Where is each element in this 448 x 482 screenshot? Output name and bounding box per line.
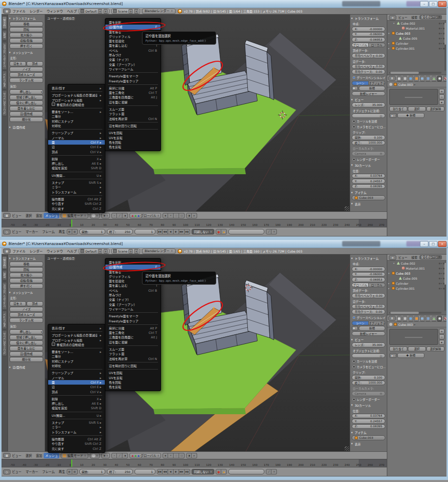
tool-button[interactable]: 拡大縮小 [10,273,43,278]
checkbox-icon[interactable] [353,398,355,401]
local-button[interactable]: ローカル [369,283,385,288]
menu-item[interactable] [48,178,105,180]
menu-item[interactable]: 二等分 [48,114,105,118]
gp-scene-tab[interactable]: シーン [352,321,369,326]
view3d-menu[interactable]: 追加 [36,213,42,218]
menu-item[interactable]: 頂点 Ctrl V ▸ [48,150,105,154]
viewport-shading-dropdown[interactable]: ↕ [90,213,100,218]
outliner-menu[interactable]: 検索 [411,15,417,20]
menu-item[interactable]: 要素をソート... ▸ [48,109,105,114]
current-frame-field[interactable]: 1 [134,229,156,234]
clip-start-field[interactable]: 開始:0.100 [352,375,385,380]
checkbox-checked-icon[interactable] [353,76,355,79]
tool-button[interactable]: 収縮/膨張 [10,278,43,283]
props-tab-render-icon[interactable] [397,76,402,81]
submenu-item[interactable]: Freestyle面をクリア [105,319,161,323]
tool-button[interactable]: 細分化 [10,117,43,122]
props-tab-constraints-icon[interactable] [420,316,425,321]
outliner-row[interactable]: Cube.005 ◉▸▣ [387,276,446,281]
edge-select-icon[interactable]: ╱ [117,453,122,458]
submenu-item[interactable]: フラット面 [105,111,161,116]
delete-keyframe-icon[interactable]: × [271,229,277,234]
timeline-menu[interactable]: フレーム [42,469,55,474]
region-resize-grip[interactable] [345,446,349,451]
lock-to-cursor-checkbox[interactable]: カーソルを注視 [350,358,387,364]
lock-to-cursor-checkbox[interactable]: カーソルを注視 [350,118,387,124]
submenu-item[interactable] [105,368,161,371]
timeline-editor-icon[interactable]: ◷ [3,229,11,234]
assign-button[interactable]: 割り当て [389,106,407,111]
gp-object-tab[interactable]: オブジェクト [369,81,385,86]
view3d-editor-icon[interactable]: ▦ [3,453,11,458]
outliner-hscrollbar[interactable] [389,312,441,314]
gp-new-layer-button[interactable]: 新規レイヤー [352,91,385,96]
minimize-button[interactable]: – [420,241,428,247]
lock-camera-checkbox[interactable]: カメラをビューにロ... [350,124,387,130]
current-frame-field[interactable]: 1 [134,469,156,474]
outliner-row[interactable]: ▾ Cube.002 ◉▸▣ [387,261,446,266]
global-button[interactable]: グローバル [352,283,369,288]
timeline-menu[interactable]: 再生 [59,469,65,474]
gp-new-button[interactable]: 新規 [359,326,385,331]
keyframe-buttons[interactable]: ╱ × [266,229,277,234]
prev-keyframe-icon[interactable]: ◀◀ [163,229,168,234]
submenu-item[interactable]: 色を反転 [105,385,161,389]
vertex-bevel-weight-field[interactable]: 平均ベベルウェ:0.00 [352,293,385,298]
props-tab-material-icon[interactable] [437,76,442,81]
menu-item[interactable] [48,154,105,157]
lens-field[interactable]: レンズ:35.000 [352,342,385,347]
screen-layout-selector[interactable]: Default + × [79,9,109,14]
tool-button[interactable]: 辺をス [10,301,26,306]
menu-item[interactable]: 対称にスナップ [48,359,105,364]
menu-item[interactable]: プロポーショナル編集の影響減衰タイプ ▸ [48,333,105,337]
render-engine-dropdown[interactable]: Blenderレンダー↕ [142,249,175,254]
local-button[interactable]: ローカル [369,43,385,48]
tool-button[interactable]: 拡大縮小 [10,33,43,38]
timeline-menu[interactable]: フレーム [42,229,55,234]
item-name-field[interactable]: Cube.003 [352,435,385,440]
lock-object-field[interactable]: ◎ [352,113,385,118]
submenu-item[interactable]: Freestyle面をマーク [105,74,161,78]
menu-item[interactable]: 押し出し Alt E ▸ [48,401,105,406]
topbar-menu[interactable]: レンダー [30,249,43,254]
tool-button[interactable]: 領域で押し出し [10,335,43,340]
tool-button[interactable]: 移動 [10,262,43,267]
submenu-item[interactable] [105,311,161,314]
props-tab-object-icon[interactable] [414,76,419,81]
tool-button[interactable]: 辺/面作成 [10,351,43,356]
add-slot-button[interactable]: + [439,329,444,334]
tool-button[interactable]: ノイズ [10,307,43,312]
screen-layout-selector[interactable]: Default + × [79,249,109,254]
maximize-button[interactable]: □ [429,241,437,247]
remove-slot-button[interactable]: − [439,94,444,99]
menu-item[interactable] [48,418,105,420]
opengl-render-icon[interactable]: ◨ [186,453,192,458]
outliner-row[interactable]: Material.001 ◉▸▣ [387,26,446,31]
range-option-buttons[interactable]: ▧ ▤ [67,469,78,474]
tool-button[interactable]: 押し出し [10,89,43,94]
tool-button[interactable]: 頂点 [27,61,43,66]
material-slot-list[interactable] [389,89,438,105]
proportional-edit-icon[interactable]: ◌ [174,453,179,458]
toolshelf-tab[interactable]: 作成 [2,270,7,281]
menu-item[interactable]: 頂点 Ctrl V ▸ [48,390,105,394]
menu-item[interactable]: 元に戻す Ctrl Z [48,206,105,211]
keying-set-field[interactable] [228,229,264,234]
range-option-buttons[interactable]: ▧ ▤ [67,229,78,234]
props-tab-scene-icon[interactable] [402,76,407,81]
mode-dropdown[interactable]: 編集モード↕ [61,213,88,218]
timeline-menu[interactable]: マーカー [26,229,38,234]
toolshelf-tab[interactable]: ツール [2,16,7,29]
submenu-item[interactable]: Freestyle面をマーク [105,314,161,318]
remove-slot-button[interactable]: − [439,334,444,339]
menu-item[interactable]: やり直す Shift Ctrl Z [48,201,105,206]
gp-datablock-icon[interactable]: ▣↕ [352,86,358,91]
submenu-item[interactable]: 厚みづけ [105,293,161,297]
menu-item[interactable]: ノーマル ▸ [48,376,105,380]
view3d-menu[interactable]: ビュー [12,453,22,458]
menu-item[interactable] [48,330,105,333]
view3d-menu[interactable]: 追加 [36,453,42,458]
view3d-menu[interactable]: 選択 [26,453,32,458]
tool-button[interactable]: 面を差し込む [10,106,43,111]
tool-button[interactable]: ノイズ [10,67,43,72]
